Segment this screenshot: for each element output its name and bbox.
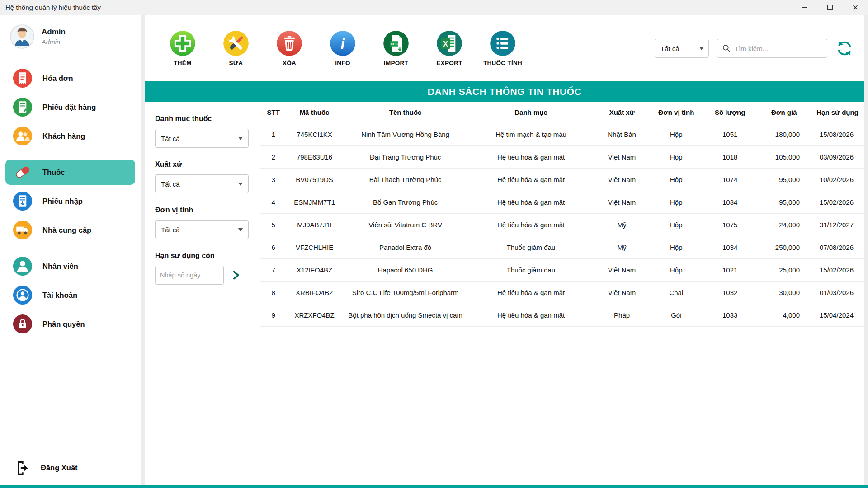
filter-category-dropdown[interactable]: Tất cả [155,129,249,148]
sidebar-item-nhan-vien[interactable]: Nhân viên [5,253,135,279]
maximize-button[interactable] [817,0,843,15]
filter-category-value: Tất cả [161,135,180,142]
table-cell: Mỹ [594,213,650,236]
table-row[interactable]: 9XRZXFO4BZBột pha hỗn dịch uống Smecta v… [260,304,864,326]
table-row[interactable]: 7X12IFO4BZHapacol 650 DHGThuốc giảm đauV… [260,258,864,281]
sua-button[interactable]: SỬA [216,30,256,66]
them-button[interactable]: THÊM [163,30,203,66]
sidebar-menu: Hóa đơnPhiếu đặt hàngKhách hàngThuốcPhiế… [0,58,141,450]
table-row[interactable]: 6VFZCHLHIEPanadol Extra đỏThuốc giảm đau… [260,236,864,258]
table-cell: 250,000 [757,236,811,258]
table-cell: Hệ tiêu hóa & gan mật [468,213,594,236]
table-cell: ESMJMM7T1 [286,191,342,213]
filter-origin-dropdown[interactable]: Tất cả [155,174,249,193]
table-cell: 15/08/2026 [811,123,864,145]
table-row[interactable]: 4ESMJMM7T1Bổ Gan Trường PhúcHệ tiêu hóa … [260,191,864,213]
scope-dropdown[interactable]: Tất cả [655,39,709,58]
chevron-down-icon [238,228,243,231]
sidebar-item-label: Hóa đơn [42,74,73,83]
table-cell: 95,000 [757,168,811,191]
import-button[interactable]: XLSIMPORT [376,30,416,66]
window-title: Hệ thống quản lý hiệu thuốc tây [5,4,101,11]
app-body: Admin Admin Hóa đơnPhiếu đặt hàngKhách h… [0,15,868,485]
customers-icon [13,126,33,146]
svg-text:i: i [340,35,345,52]
svg-text:X: X [443,40,448,48]
table-cell: Thuốc giảm đau [468,258,594,281]
table-cell: Hệ tim mạch & tạo máu [468,123,594,145]
window-controls: × [792,0,868,15]
table-cell: Thuốc giảm đau [468,236,594,258]
table-cell: 105,000 [757,145,811,168]
table-cell: Việt Nam [594,281,650,304]
sidebar-item-phieu-dat-hang[interactable]: Phiếu đặt hàng [5,94,135,120]
search-input[interactable] [735,45,823,52]
table-cell: 4,000 [757,304,811,326]
toolbar-button-label: EXPORT [436,60,462,66]
thuoc-tinh-button[interactable]: THUỘC TÍNH [483,30,523,66]
sidebar-item-hoa-don[interactable]: Hóa đơn [5,66,135,91]
table-cell: MJ9AB7J1I [286,213,342,236]
table-cell: 1021 [703,258,758,281]
export-excel-icon: X [436,30,462,56]
sidebar-item-phan-quyen[interactable]: Phân quyền [5,311,135,337]
table-cell: Hapacol 650 DHG [343,258,468,281]
xoa-button[interactable]: XÓA [269,30,309,66]
minimize-button[interactable] [792,0,817,15]
table-cell: Hệ tiêu hóa & gan mật [468,304,594,326]
toolbar-right: Tất cả [655,39,854,58]
title-bar: Hệ thống quản lý hiệu thuốc tây × [0,0,868,15]
export-button[interactable]: XEXPORT [429,30,469,66]
expiry-submit-button[interactable] [230,269,242,281]
close-button[interactable]: × [843,0,868,15]
sidebar-item-nha-cung-cap[interactable]: Nhà cung cấp [5,217,135,243]
filter-group-origin: Xuất xứ Tất cả [155,160,249,193]
user-info: Admin Admin [42,28,66,46]
column-header: Đơn giá [757,102,811,123]
user-role: Admin [42,38,66,46]
employee-icon [13,256,33,276]
table-row[interactable]: 1745KCI1KXNinh Tâm Vương Hồng BàngHệ tim… [260,123,864,145]
table-cell: 1034 [703,191,758,213]
filter-unit-dropdown[interactable]: Tất cả [155,220,249,239]
table-cell: Hệ tiêu hóa & gan mật [468,281,594,304]
column-header: Hạn sử dụng [811,102,864,123]
table-row[interactable]: 2798E63U16Đại Tràng Trường PhúcHệ tiêu h… [260,145,864,168]
table-row[interactable]: 5MJ9AB7J1IViên sủi Vitatrum C BRVHệ tiêu… [260,213,864,236]
table-cell: Hộp [650,236,703,258]
logout-button[interactable]: Đăng Xuất [3,450,138,485]
sidebar-item-label: Tài khoản [42,291,77,300]
table-row[interactable]: 8XRBIFO4BZSiro C.C Life 100mg/5ml Foriph… [260,281,864,304]
close-icon: × [853,3,859,13]
search-box [717,39,827,58]
table-cell: 15/04/2024 [811,304,864,326]
table-header-row: STTMã thuốcTên thuốcDanh mụcXuất xứĐơn v… [260,102,864,123]
table-cell: X12IFO4BZ [286,258,342,281]
table-cell: Hộp [650,191,703,213]
delete-icon [276,30,302,56]
info-icon: i [330,30,356,56]
info-button[interactable]: iINFO [323,30,363,66]
app-window: Hệ thống quản lý hiệu thuốc tây × Admin … [0,0,868,488]
sidebar-item-tai-khoan[interactable]: Tài khoản [5,282,135,308]
refresh-button[interactable] [835,39,854,57]
expiry-days-input[interactable] [155,266,224,285]
table-cell: 5 [260,213,286,236]
sidebar-item-khach-hang[interactable]: Khách hàng [5,123,135,149]
table-cell: 01/03/2026 [811,281,864,304]
filter-group-expiry: Hạn sử dụng còn [155,252,249,285]
sidebar-item-phieu-nhap[interactable]: Phiếu nhập [5,188,135,214]
table-cell: 07/08/2026 [811,236,864,258]
table-cell: XRZXFO4BZ [286,304,342,326]
table-cell: 95,000 [757,191,811,213]
table-cell: Hộp [650,213,703,236]
table-cell: BV07519DS [286,168,342,191]
toolbar-button-label: THÊM [174,60,191,66]
import-excel-icon: XLS [383,30,409,56]
sidebar-item-thuoc[interactable]: Thuốc [5,160,135,185]
supplier-icon [13,220,33,240]
sidebar-item-label: Thuốc [42,168,65,177]
table-cell: Panadol Extra đỏ [343,236,468,258]
table-row[interactable]: 3BV07519DSBài Thạch Trường PhúcHệ tiêu h… [260,168,864,191]
table-cell: 1018 [703,145,758,168]
